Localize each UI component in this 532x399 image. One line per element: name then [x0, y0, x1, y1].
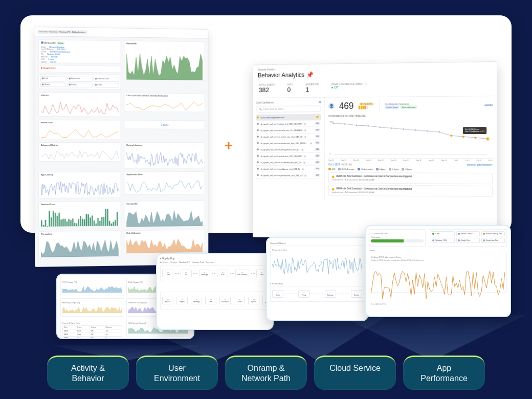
stat: MODERATE1: [305, 83, 319, 94]
hop-node[interactable]: ▭NewEdge: [199, 270, 210, 277]
hop-node[interactable]: ▭Region: [176, 297, 188, 304]
risk-dot-icon: [257, 136, 259, 138]
pin-icon[interactable]: 📌: [306, 71, 314, 78]
chip[interactable]: ▣ Attachment: [67, 77, 93, 82]
behavior-analytics-panel: Security Events › Behavior Analytics📌 TO…: [253, 61, 497, 240]
svg-rect-9: [58, 213, 60, 227]
page-title: Behavior Analytics: [258, 72, 304, 79]
svg-rect-31: [101, 217, 103, 226]
plus-icon: +: [221, 138, 236, 153]
category-pill[interactable]: Onramp &Network Path: [225, 356, 307, 390]
hop-node[interactable]: ▭Gateway: [325, 290, 336, 298]
user-row[interactable]: al_ap.prh_vul_service-kaa_test_309_14th2…: [256, 121, 321, 127]
search-input[interactable]: 🔍Find a user by name…: [256, 105, 321, 112]
risk-dot-icon: [257, 161, 259, 163]
svg-rect-28: [95, 224, 97, 226]
chart-tooltip: Oct 01 08:59 pm User Confidence ■ 463: [463, 127, 486, 134]
user-row[interactable]: al_ap.prh_vul_service-scaffolded-test_87…: [256, 159, 321, 166]
user-row[interactable]: al_ap.prh_vul_service-introspection_test…: [256, 146, 321, 153]
event-card[interactable]: ⬣UEBA rule Bulk Download – Download via …: [328, 185, 493, 197]
scenario-pill[interactable]: Insider threat: [385, 105, 399, 109]
risk-dot-icon: [257, 168, 259, 170]
svg-rect-7: [55, 213, 56, 227]
hop-node[interactable]: ▭Proxy: [298, 290, 309, 298]
device-meta: Model: Microsoft StandardLast IP Address…: [41, 46, 119, 64]
svg-point-45: [344, 123, 345, 124]
svg-rect-4: [49, 211, 50, 226]
chip[interactable]: ▣ External Users: [94, 77, 119, 82]
side-chips: ▣ Link▣ Attachment▣ External Users▣ Shar…: [38, 74, 121, 90]
hop-node[interactable]: ▭ISP: [205, 297, 216, 304]
svg-text:0: 0: [329, 153, 330, 155]
svg-point-54: [450, 135, 452, 137]
legend-chip[interactable]: Google App Total: [481, 238, 505, 243]
hop-node[interactable]: ▭ISP: [181, 270, 192, 277]
user-row[interactable]: anna.malkova@acme.com 469: [256, 114, 321, 121]
hop-node[interactable]: ▭Service: [351, 290, 362, 298]
svg-rect-27: [94, 220, 95, 226]
drive-label: Google Drive: [43, 66, 56, 69]
hop-node[interactable]: ▭POP: [217, 270, 228, 277]
svg-rect-6: [53, 211, 54, 227]
svg-rect-26: [92, 215, 93, 226]
risk-dot-icon: [257, 117, 259, 119]
category-pill[interactable]: Cloud Service: [314, 356, 396, 390]
hop-node[interactable]: ▭Client: [162, 270, 173, 277]
svg-rect-32: [103, 217, 105, 226]
edit-icon[interactable]: ✎: [364, 83, 367, 85]
chart-title: CONFIDENCE SCORE TIMELINE: [328, 114, 493, 118]
risk-dot-icon: [257, 155, 259, 157]
svg-point-55: [462, 136, 464, 138]
legend-chip[interactable]: Client: [431, 231, 454, 236]
buffer-button[interactable]: ☰ Buffer: [126, 122, 203, 128]
chip[interactable]: ▣ Public: [94, 82, 119, 87]
user-row[interactable]: al_ap.prh_vul_service-provisioner_test_2…: [256, 172, 321, 179]
user-row[interactable]: al_ap.prh_vul_service-csdk_test_15_13192…: [256, 127, 321, 134]
hop-node[interactable]: ▭Carrier: [234, 297, 245, 304]
hop-node[interactable]: ▭NewEdge: [191, 297, 202, 304]
event-card[interactable]: ⬣UEBA rule Bulk Download – Download via …: [328, 172, 493, 184]
svg-rect-22: [84, 219, 85, 226]
hop-node[interactable]: ▭Backbone: [219, 297, 231, 304]
hop-node[interactable]: ▭PBR Gateway: [235, 270, 249, 277]
legend-chip[interactable]: Google Drive: [456, 238, 480, 243]
hop-node[interactable]: ▭All ISPs: [162, 297, 173, 304]
device-metrics-panel: All Users · Overview · WindowsPC · All A…: [35, 27, 208, 267]
date-picker[interactable]: Oct 1, 2023: [328, 163, 340, 166]
category-pill[interactable]: UserEnvironment: [136, 356, 218, 390]
legend-chip[interactable]: Windows · DNS: [431, 238, 454, 243]
svg-rect-30: [99, 221, 101, 226]
filter-dropdown[interactable]: All: [319, 101, 321, 104]
scenario-pill[interactable]: Data exfiltration: [401, 105, 417, 109]
svg-point-46: [356, 125, 357, 126]
svg-rect-14: [68, 219, 70, 226]
stats-row: TOTAL USERS382HIGH0MODERATE1USER CONFIDE…: [253, 79, 497, 98]
risk-dot-icon: [257, 142, 259, 144]
legend-chip[interactable]: Network Latency Total: [481, 231, 505, 236]
category-pill[interactable]: Activity &Behavior: [47, 356, 129, 390]
chip[interactable]: ▣ Private: [67, 82, 93, 87]
chip[interactable]: ▣ Shared: [40, 82, 66, 87]
svg-rect-1: [43, 225, 45, 227]
svg-rect-17: [74, 223, 76, 227]
user-row[interactable]: al_ap.prh_vul_service-vtac-test_102_14th…: [256, 153, 321, 160]
svg-point-52: [427, 130, 428, 132]
app-performance-card: ☁ Salesforce.com Past page ClientInterna…: [365, 225, 511, 317]
legend-chip[interactable]: Internal Latency: [456, 231, 480, 236]
user-row[interactable]: al_ap.prh_vul_service_event_cac_test_649…: [256, 134, 321, 140]
hop-node[interactable]: ▭Client: [272, 290, 283, 298]
svg-rect-29: [97, 218, 99, 226]
user-row[interactable]: al_ap.prh_vul_service-rollproxy_test_594…: [256, 166, 321, 172]
svg-rect-19: [78, 219, 79, 226]
chip[interactable]: ▣ Link: [40, 76, 66, 81]
category-pill[interactable]: AppPerformance: [403, 356, 485, 390]
user-list-pane: User ConfidenceAll 🔍Find a user by name……: [253, 98, 325, 201]
hop-node[interactable]: ▭Egress: [248, 297, 259, 304]
alert-icon: ⬣: [332, 175, 335, 179]
risk-score: 469: [339, 101, 353, 112]
overlay-link[interactable]: overlay: [484, 103, 493, 106]
user-row[interactable]: al_ap.prh_vul_service-server-cac_test_10…: [256, 140, 321, 147]
breadcrumb[interactable]: All Users · Overview · WindowsPC · All A…: [37, 30, 87, 34]
sort-dropdown[interactable]: SORT BY MOST RECENT: [467, 164, 493, 166]
svg-rect-37: [113, 222, 114, 226]
